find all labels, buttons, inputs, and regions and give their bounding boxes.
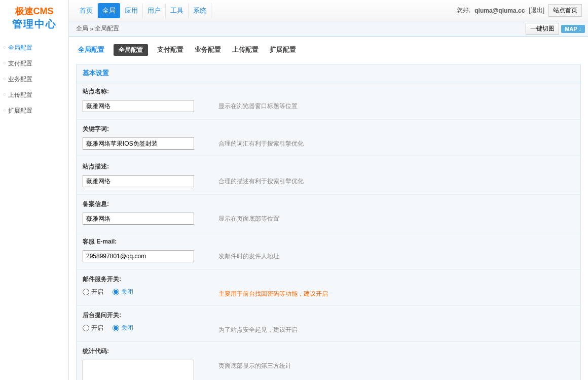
label-mail-switch: 邮件服务开关: xyxy=(83,275,574,284)
tabs: 全局配置 全局配置 支付配置 业务配置 上传配置 扩展配置 xyxy=(76,44,581,56)
label-stat-code: 统计代码: xyxy=(83,347,574,356)
content: 全局配置 全局配置 支付配置 业务配置 上传配置 扩展配置 基本设置 站点名称:… xyxy=(69,37,588,380)
hint-question-switch: 为了站点安全起见，建议开启 xyxy=(218,324,298,334)
hint-keywords: 合理的词汇有利于搜索引擎优化 xyxy=(218,137,304,148)
topnav: 首页 全局 应用 用户 工具 系统 xyxy=(75,3,211,18)
logo-line2: 管理中心 xyxy=(4,17,64,31)
label-description: 站点描述: xyxy=(83,162,574,171)
breadcrumb: 全局 » 全局配置 一键切图 MAP xyxy=(69,21,588,37)
radio-question-on[interactable]: 开启 xyxy=(83,324,103,332)
tab-payment[interactable]: 支付配置 xyxy=(155,44,186,56)
tab-business[interactable]: 业务配置 xyxy=(193,44,223,56)
breadcrumb-seg2: 全局配置 xyxy=(95,24,119,33)
sidebar-item-global[interactable]: 全局配置 xyxy=(0,40,68,56)
label-beian: 备案信息: xyxy=(83,200,574,209)
sidebar-item-business[interactable]: 业务配置 xyxy=(0,72,68,87)
hint-description: 合理的描述有利于搜索引擎优化 xyxy=(218,175,304,186)
input-beian[interactable] xyxy=(83,213,194,225)
radio-question-off[interactable]: 关闭 xyxy=(113,324,133,332)
topnav-system[interactable]: 系统 xyxy=(189,3,211,18)
input-email[interactable] xyxy=(83,250,194,262)
label-keywords: 关键字词: xyxy=(83,125,574,133)
sidebar-item-payment[interactable]: 支付配置 xyxy=(0,56,68,72)
map-button[interactable]: MAP xyxy=(561,25,585,33)
greeting: 您好, xyxy=(457,6,470,15)
radio-mail-on[interactable]: 开启 xyxy=(83,288,103,296)
hint-mail-switch: 主要用于前台找回密码等功能，建议开启 xyxy=(218,288,328,298)
input-site-name[interactable] xyxy=(83,100,194,112)
sidebar-item-upload[interactable]: 上传配置 xyxy=(0,87,68,103)
label-email: 客服 E-mail: xyxy=(83,237,574,246)
topnav-tool[interactable]: 工具 xyxy=(166,3,189,18)
site-home-button[interactable]: 站点首页 xyxy=(548,4,582,17)
breadcrumb-seg1: 全局 xyxy=(76,24,88,33)
input-description[interactable] xyxy=(83,175,194,187)
hint-site-name: 显示在浏览器窗口标题等位置 xyxy=(218,100,298,111)
sidebar-menu: 全局配置 支付配置 业务配置 上传配置 扩展配置 xyxy=(0,37,68,380)
topnav-user[interactable]: 用户 xyxy=(143,3,166,18)
tab-global-active[interactable]: 全局配置 xyxy=(114,44,148,56)
switch-image-button[interactable]: 一键切图 xyxy=(526,23,559,34)
label-question-switch: 后台提问开关: xyxy=(83,311,574,320)
panel-basic-header: 基本设置 xyxy=(77,64,580,82)
user-email: qiuma@qiuma.cc xyxy=(474,7,525,14)
sidebar: 极速CMS 管理中心 全局配置 支付配置 业务配置 上传配置 扩展配置 版本: … xyxy=(0,0,69,380)
topbar-right: 您好, qiuma@qiuma.cc [退出] 站点首页 xyxy=(457,4,582,17)
hint-beian: 显示在页面底部等位置 xyxy=(218,213,279,223)
panel-basic: 基本设置 站点名称: 显示在浏览器窗口标题等位置 关键字词: 合理的词汇有利于搜… xyxy=(76,64,581,380)
topnav-app[interactable]: 应用 xyxy=(120,3,143,18)
logo-line1: 极速CMS xyxy=(4,5,64,17)
input-keywords[interactable] xyxy=(83,137,194,150)
main: 首页 全局 应用 用户 工具 系统 您好, qiuma@qiuma.cc [退出… xyxy=(69,0,588,380)
radio-mail-off[interactable]: 关闭 xyxy=(113,288,133,296)
sidebar-item-extension[interactable]: 扩展配置 xyxy=(0,103,68,119)
logo: 极速CMS 管理中心 xyxy=(0,0,68,37)
hint-email: 发邮件时的发件人地址 xyxy=(218,250,279,261)
topnav-global[interactable]: 全局 xyxy=(98,3,120,18)
topbar: 首页 全局 应用 用户 工具 系统 您好, qiuma@qiuma.cc [退出… xyxy=(69,0,588,21)
hint-stat-code: 页面底部显示的第三方统计 xyxy=(218,360,291,370)
logout-link[interactable]: [退出] xyxy=(529,6,544,15)
tab-upload[interactable]: 上传配置 xyxy=(230,44,261,56)
topnav-home[interactable]: 首页 xyxy=(75,3,98,18)
tab-extension[interactable]: 扩展配置 xyxy=(268,44,298,56)
label-site-name: 站点名称: xyxy=(83,87,574,96)
textarea-stat-code[interactable] xyxy=(83,360,194,380)
tab-global-main[interactable]: 全局配置 xyxy=(76,44,106,56)
